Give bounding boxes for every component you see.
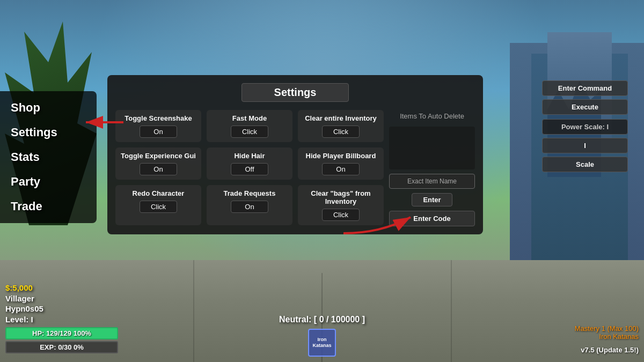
power-scale-label: Power Scale: I: [542, 119, 628, 135]
trade-requests-group: Trade Requests On: [207, 185, 292, 225]
toggle-screenshake-btn[interactable]: On: [140, 125, 177, 138]
hide-player-billboard-label: Hide Player Billboard: [306, 152, 376, 160]
scale-value-btn[interactable]: I: [542, 138, 628, 153]
toggle-screenshake-group: Toggle Screenshake On: [115, 110, 201, 142]
execute-btn[interactable]: Execute: [542, 99, 628, 115]
ground: [0, 260, 644, 362]
toggle-exp-gui-group: Toggle Experience Gui On: [115, 147, 201, 180]
fast-mode-group: Fast Mode Click: [207, 110, 292, 142]
clear-bags-label: Clear "bags" from Inventory: [302, 189, 379, 205]
hide-hair-label: Hide Hair: [234, 152, 265, 160]
redo-character-label: Redo Character: [133, 189, 185, 197]
arrow-to-enter-code: [338, 206, 419, 239]
ground-line-1: [321, 273, 323, 362]
clear-inventory-group: Clear entire Inventory Click: [298, 110, 384, 142]
enter-command-btn[interactable]: Enter Command: [542, 80, 628, 96]
toggle-exp-gui-label: Toggle Experience Gui: [121, 152, 196, 160]
menu-item-trade[interactable]: Trade: [0, 194, 97, 219]
left-menu: Shop Settings Stats Party Trade: [0, 91, 97, 223]
toggle-exp-gui-btn[interactable]: On: [140, 163, 177, 175]
ground-line-3: [451, 260, 452, 362]
fast-mode-btn[interactable]: Click: [231, 125, 268, 138]
hide-hair-btn[interactable]: Off: [231, 163, 268, 175]
arrow-to-settings: [83, 112, 126, 133]
scale-btn[interactable]: Scale: [542, 157, 628, 172]
settings-title: Settings: [241, 83, 349, 102]
menu-item-shop[interactable]: Shop: [0, 95, 97, 120]
redo-character-group: Redo Character Click: [115, 185, 201, 225]
settings-row-2: Toggle Experience Gui On Hide Hair Off H…: [115, 147, 384, 180]
ground-line-2: [193, 260, 194, 362]
clear-inventory-btn[interactable]: Click: [322, 125, 360, 138]
clear-inventory-label: Clear entire Inventory: [305, 114, 377, 122]
hide-player-billboard-btn[interactable]: On: [322, 163, 360, 175]
exact-item-name-input[interactable]: Exact Item Name: [389, 174, 475, 189]
trade-requests-label: Trade Requests: [224, 189, 276, 197]
settings-row-1: Toggle Screenshake On Fast Mode Click Cl…: [115, 110, 384, 142]
menu-item-stats[interactable]: Stats: [0, 145, 97, 169]
menu-item-party[interactable]: Party: [0, 169, 97, 194]
fast-mode-label: Fast Mode: [232, 114, 267, 122]
enter-btn[interactable]: Enter: [412, 193, 452, 206]
items-list-area: [389, 127, 475, 169]
toggle-screenshake-label: Toggle Screenshake: [125, 114, 192, 122]
hide-player-billboard-group: Hide Player Billboard On: [298, 147, 384, 180]
settings-panel: Settings Toggle Screenshake On Fast Mode…: [107, 75, 483, 234]
items-to-auto-delete-label: Items To Auto Delete: [389, 110, 475, 122]
redo-character-btn[interactable]: Click: [140, 201, 177, 213]
right-command-panel: Enter Command Execute Power Scale: I I S…: [542, 80, 628, 175]
menu-item-settings[interactable]: Settings: [0, 120, 97, 145]
hide-hair-group: Hide Hair Off: [207, 147, 292, 180]
trade-requests-btn[interactable]: On: [231, 201, 268, 213]
power-scale-section: Power Scale: I I Scale: [542, 119, 628, 172]
